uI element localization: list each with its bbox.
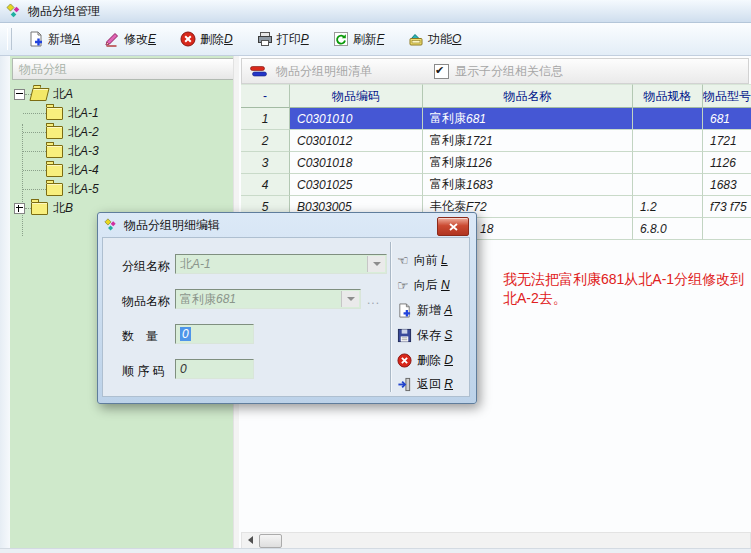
delete-x-icon <box>397 353 412 368</box>
scroll-left-arrow-icon[interactable] <box>243 534 257 546</box>
window-title: 物品分组管理 <box>28 3 100 20</box>
quantity-label: 数 量 <box>122 328 158 345</box>
table-row[interactable]: 4 C0301025 富利康1683 1683 <box>241 174 751 196</box>
item-name-select[interactable]: 富利康681 <box>175 289 361 309</box>
item-model-cell[interactable]: 1126 <box>703 152 751 174</box>
expand-plus-icon[interactable] <box>14 203 25 214</box>
item-model-cell[interactable]: 681 <box>703 108 751 130</box>
tree-item-label: 北 <box>68 144 80 158</box>
edit-dialog: 物品分组明细编辑 分组名称 北A-1 物品名称 富利康681 ... 数 量 0… <box>97 212 477 404</box>
table-row[interactable]: 1 C0301010 富利康681 681 <box>241 108 751 130</box>
group-name-label: 分组名称 <box>122 258 170 275</box>
item-model-cell[interactable] <box>703 218 751 240</box>
tree-item-label: 北 <box>53 201 65 215</box>
save-button[interactable]: 保存 S <box>397 325 452 345</box>
scrollbar-thumb[interactable] <box>259 534 282 548</box>
app-icon <box>6 3 22 19</box>
dropdown-arrow-icon[interactable] <box>341 291 359 307</box>
group-panel-header: 物品分组 <box>12 58 237 80</box>
item-code-cell[interactable]: C0301010 <box>290 108 423 130</box>
table-header-row: - 物品编码 物品名称 物品规格 物品型号 <box>241 84 751 108</box>
function-button[interactable]: 功能O <box>400 27 469 52</box>
dialog-icon <box>104 218 118 232</box>
edit-pencil-icon <box>104 31 120 47</box>
group-name-select[interactable]: 北A-1 <box>175 254 387 274</box>
col-header-item-spec[interactable]: 物品规格 <box>633 84 703 108</box>
delete-button-label: 删除 <box>200 32 224 46</box>
show-subgroup-checkbox-label: 显示子分组相关信息 <box>455 63 563 80</box>
item-spec-cell[interactable]: 6.8.0 <box>633 218 703 240</box>
browse-ellipsis-button[interactable]: ... <box>367 293 380 307</box>
item-spec-cell[interactable] <box>633 174 703 196</box>
col-header-item-name[interactable]: 物品名称 <box>423 84 633 108</box>
row-number-cell: 4 <box>241 174 290 196</box>
add-button-label: 新增 <box>48 32 72 46</box>
backward-button[interactable]: ☞ 向后 N <box>397 275 450 295</box>
folder-icon <box>46 145 63 158</box>
item-code-cell[interactable]: C0301012 <box>290 130 423 152</box>
item-code-cell[interactable]: C0301025 <box>290 174 423 196</box>
show-subgroup-checkbox[interactable] <box>434 64 449 79</box>
item-model-cell[interactable]: 1683 <box>703 174 751 196</box>
tree-item-north-a[interactable]: 北A <box>10 86 73 103</box>
tree-item-north-b[interactable]: 北B <box>10 200 73 217</box>
collapse-minus-icon[interactable] <box>14 89 25 100</box>
hand-left-icon: ☜ <box>397 254 409 267</box>
folder-icon <box>46 107 63 120</box>
row-number-cell: 3 <box>241 152 290 174</box>
item-name-cell[interactable]: 富利康1683 <box>423 174 633 196</box>
add-button[interactable]: 新增A <box>20 27 88 52</box>
printer-icon <box>257 31 273 47</box>
save-floppy-icon <box>397 328 412 343</box>
toolbar-grip[interactable] <box>7 28 12 50</box>
dropdown-arrow-icon[interactable] <box>367 256 385 272</box>
print-button[interactable]: 打印P <box>249 27 317 52</box>
dialog-delete-button[interactable]: 删除 D <box>397 350 453 370</box>
print-button-label: 打印 <box>277 32 301 46</box>
tree-item-label: 北 <box>68 182 80 196</box>
tree-item-north-a-2[interactable]: 北A-2 <box>10 124 99 141</box>
add-doc-icon <box>28 31 44 47</box>
delete-button[interactable]: 删除D <box>172 27 241 52</box>
tree-item-north-a-5[interactable]: 北A-5 <box>10 181 99 198</box>
item-name-cell[interactable]: 富利康681 <box>423 108 633 130</box>
dialog-add-button[interactable]: 新增 A <box>397 300 452 320</box>
col-header-index[interactable]: - <box>241 84 290 108</box>
row-number-cell: 1 <box>241 108 290 130</box>
item-spec-cell[interactable] <box>633 130 703 152</box>
tree-item-north-a-4[interactable]: 北A-4 <box>10 162 99 179</box>
quantity-input[interactable]: 0 <box>175 324 254 344</box>
item-spec-cell[interactable]: 1.2 <box>633 196 703 218</box>
item-name-label: 物品名称 <box>122 293 170 310</box>
dialog-divider <box>390 242 392 392</box>
item-spec-cell[interactable] <box>633 108 703 130</box>
table-row[interactable]: 3 C0301018 富利康1126 1126 <box>241 152 751 174</box>
dialog-content: 分组名称 北A-1 物品名称 富利康681 ... 数 量 0 顺 序 码 0 … <box>102 237 470 397</box>
refresh-icon <box>333 31 349 47</box>
item-name-cell[interactable]: 富利康1126 <box>423 152 633 174</box>
item-model-cell[interactable]: f73 f75 <box>703 196 751 218</box>
edit-button[interactable]: 修改E <box>96 27 164 52</box>
detail-panel-header: 物品分组明细清单 显示子分组相关信息 <box>241 58 749 84</box>
col-header-item-code[interactable]: 物品编码 <box>290 84 423 108</box>
item-code-cell[interactable]: C0301018 <box>290 152 423 174</box>
return-exit-icon <box>397 377 412 392</box>
function-button-label: 功能 <box>428 32 452 46</box>
refresh-button[interactable]: 刷新F <box>325 27 392 52</box>
tree-item-north-a-3[interactable]: 北A-3 <box>10 143 99 160</box>
item-name-cell[interactable]: 富利康1721 <box>423 130 633 152</box>
item-spec-cell[interactable] <box>633 152 703 174</box>
forward-button[interactable]: ☜ 向前 L <box>397 250 448 270</box>
return-button[interactable]: 返回 R <box>397 374 453 394</box>
col-header-item-model[interactable]: 物品型号 <box>703 84 751 108</box>
quantity-value: 0 <box>180 327 191 341</box>
sequence-input[interactable]: 0 <box>175 359 254 379</box>
delete-x-icon <box>180 31 196 47</box>
tree-item-label: 北 <box>68 163 80 177</box>
item-model-cell[interactable]: 1721 <box>703 130 751 152</box>
app-window: { "window": { "title": "物品分组管理" }, "tool… <box>0 0 751 553</box>
close-button[interactable] <box>437 217 469 236</box>
table-row[interactable]: 2 C0301012 富利康1721 1721 <box>241 130 751 152</box>
tree-item-north-a-1[interactable]: 北A-1 <box>10 105 99 122</box>
folder-icon <box>46 126 63 139</box>
